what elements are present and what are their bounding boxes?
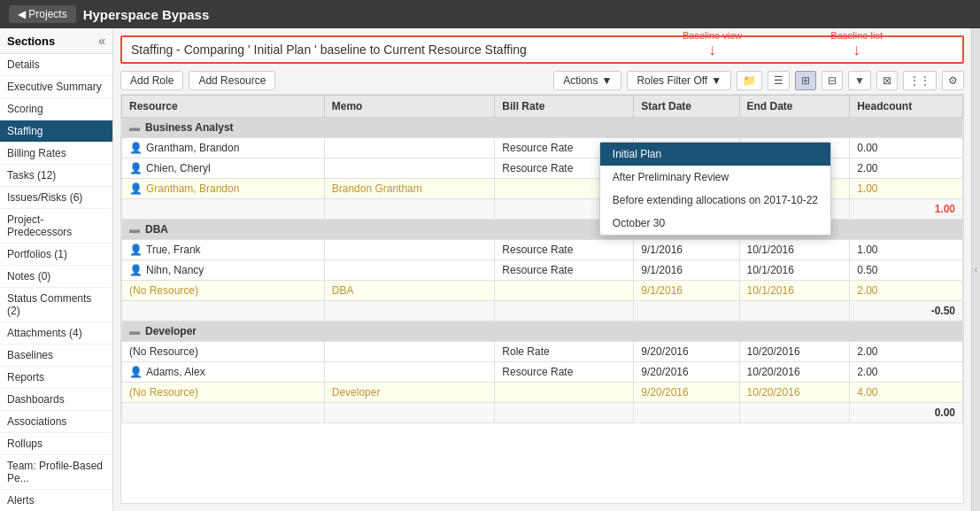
sidebar-item-associations[interactable]: Associations <box>0 411 112 433</box>
sidebar-item-alerts[interactable]: Alerts <box>0 490 112 511</box>
sidebar-item-baselines[interactable]: Baselines <box>0 345 112 367</box>
start-date-cell: 9/20/2016 <box>634 362 739 383</box>
person-icon: 👤 <box>129 366 143 378</box>
add-role-button[interactable]: Add Role <box>120 71 183 90</box>
toolbar: Add Role Add Resource Actions ▼ Roles Fi… <box>113 67 971 94</box>
person-icon: 👤 <box>129 182 143 195</box>
columns-icon-button[interactable]: ⊠ <box>876 71 898 90</box>
sidebar-items: DetailsExecutive SummaryScoringStaffingB… <box>0 54 112 511</box>
list-icon-button[interactable]: ☰ <box>768 71 790 90</box>
dropdown-item-october-30[interactable]: October 30 <box>600 212 830 235</box>
headcount-cell: 0.00 <box>850 138 963 159</box>
subtotal-row: 1.00 <box>122 199 963 220</box>
subtotal-empty-cell <box>495 403 634 423</box>
end-date-cell: 10/1/2016 <box>739 281 850 301</box>
end-date-cell: 10/20/2016 <box>739 342 850 362</box>
sidebar-header: Sections « <box>0 28 112 54</box>
col-resource: Resource <box>122 96 325 118</box>
sidebar-item-staffing[interactable]: Staffing <box>0 120 112 143</box>
folder-icon-button[interactable]: 📁 <box>737 71 762 90</box>
table-row: 👤Nihn, NancyResource Rate9/1/201610/1/20… <box>122 260 963 281</box>
sidebar-item-issues-risks--6-[interactable]: Issues/Risks (6) <box>0 187 112 209</box>
dropdown-item-before-extending-allocations-on-2017-10-22[interactable]: Before extending allocations on 2017-10-… <box>600 189 830 212</box>
right-collapse-handle[interactable]: ‹ <box>971 28 980 511</box>
actions-dropdown-icon: ▼ <box>602 74 613 87</box>
gear-icon-button[interactable]: ⚙ <box>942 71 964 90</box>
sidebar-item-executive-summary[interactable]: Executive Summary <box>0 76 112 98</box>
dropdown-items: Initial PlanAfter Preliminary ReviewBefo… <box>600 143 830 235</box>
actions-button[interactable]: Actions ▼ <box>553 71 621 90</box>
bill-rate-cell: Resource Rate <box>495 240 634 260</box>
subtotal-empty-cell <box>634 301 739 321</box>
resource-name: Nihn, Nancy <box>146 264 204 276</box>
table-row: 👤Chien, CherylResource Rate5/20/20166/20… <box>122 159 963 179</box>
sidebar: Sections « DetailsExecutive SummaryScori… <box>0 28 113 511</box>
memo-cell <box>324 342 495 362</box>
headcount-cell: 4.00 <box>850 383 963 403</box>
dropdown-item-initial-plan[interactable]: Initial Plan <box>600 143 830 166</box>
sidebar-item-attachments--4-[interactable]: Attachments (4) <box>0 322 112 345</box>
resource-name: Grantham, Brandon <box>146 182 239 195</box>
person-icon: 👤 <box>129 244 143 256</box>
roles-filter-button[interactable]: Roles Filter Off ▼ <box>627 71 731 90</box>
view-dropdown-button[interactable]: ▼ <box>848 71 871 90</box>
resource-name: Grantham, Brandon <box>146 142 239 154</box>
sidebar-item-scoring[interactable]: Scoring <box>0 98 112 120</box>
bill-rate-cell: Resource Rate <box>495 362 634 383</box>
end-date-cell: 10/20/2016 <box>739 362 850 383</box>
actions-label: Actions <box>563 74 598 87</box>
sidebar-item-notes--0-[interactable]: Notes (0) <box>0 266 112 288</box>
bill-rate-cell <box>495 281 634 301</box>
sidebar-item-team--profile-based-pe---[interactable]: Team: Profile-Based Pe... <box>0 455 112 490</box>
memo-cell <box>324 362 495 383</box>
sidebar-collapse-button[interactable]: « <box>98 34 105 48</box>
minus-icon: ▬ <box>129 121 140 134</box>
resource-name: (No Resource) <box>129 345 198 358</box>
sidebar-item-reports[interactable]: Reports <box>0 367 112 389</box>
subtotal-empty-cell <box>739 403 850 423</box>
sidebar-item-status-comments--2-[interactable]: Status Comments (2) <box>0 288 112 322</box>
settings2-icon-button[interactable]: ⋮⋮ <box>903 71 937 90</box>
headcount-cell: 2.00 <box>850 281 963 301</box>
sidebar-item-dashboards[interactable]: Dashboards <box>0 389 112 411</box>
table-row: 👤True, FrankResource Rate9/1/201610/1/20… <box>122 240 963 260</box>
subtotal-empty-cell <box>122 199 325 220</box>
resource-name: (No Resource) <box>129 284 198 297</box>
table-row: (No Resource)DBA9/1/201610/1/20162.00 <box>122 281 963 301</box>
subtotal-row: 0.00 <box>122 403 963 423</box>
roles-filter-dropdown-icon: ▼ <box>711 74 721 87</box>
subtotal-empty-cell <box>495 301 634 321</box>
start-date-cell: 9/20/2016 <box>634 342 739 362</box>
bill-rate-cell: Role Rate <box>495 342 634 362</box>
col-start-date: Start Date <box>634 96 739 118</box>
sidebar-item-project-predecessors[interactable]: Project-Predecessors <box>0 209 112 244</box>
table-row: ▬Business Analyst <box>122 118 963 138</box>
sidebar-item-billing-rates[interactable]: Billing Rates <box>0 143 112 165</box>
sidebar-item-tasks--12-[interactable]: Tasks (12) <box>0 165 112 187</box>
table-row: 👤Grantham, BrandonResource Rate5/20/2016… <box>122 138 963 159</box>
projects-button[interactable]: ◀ Projects <box>9 5 76 23</box>
minus-icon: ▬ <box>129 325 140 337</box>
subtotal-value: 1.00 <box>850 199 963 220</box>
headcount-cell: 2.00 <box>850 342 963 362</box>
sidebar-item-portfolios--1-[interactable]: Portfolios (1) <box>0 244 112 266</box>
grid-icon-button[interactable]: ⊞ <box>795 71 816 90</box>
add-resource-button[interactable]: Add Resource <box>189 71 275 90</box>
table-header: Resource Memo Bill Rate Start Date End D… <box>122 96 963 118</box>
dropdown-item-after-preliminary-review[interactable]: After Preliminary Review <box>600 166 830 189</box>
subtotal-empty-cell <box>122 301 325 321</box>
sidebar-sections-label: Sections <box>7 35 55 48</box>
headcount-cell: 1.00 <box>850 240 963 260</box>
table-row: ▬Developer <box>122 321 963 342</box>
resource-name: Chien, Cheryl <box>146 162 211 174</box>
subtotal-empty-cell <box>324 301 495 321</box>
sidebar-item-details[interactable]: Details <box>0 54 112 76</box>
subtotal-empty-cell <box>122 403 325 423</box>
sidebar-item-rollups[interactable]: Rollups <box>0 433 112 455</box>
memo-cell <box>324 159 495 179</box>
memo-cell <box>324 240 495 260</box>
col-memo: Memo <box>324 96 495 118</box>
headcount-cell: 2.00 <box>850 159 963 179</box>
baseline-dropdown: Initial PlanAfter Preliminary ReviewBefo… <box>599 142 831 236</box>
split-icon-button[interactable]: ⊟ <box>822 71 843 90</box>
